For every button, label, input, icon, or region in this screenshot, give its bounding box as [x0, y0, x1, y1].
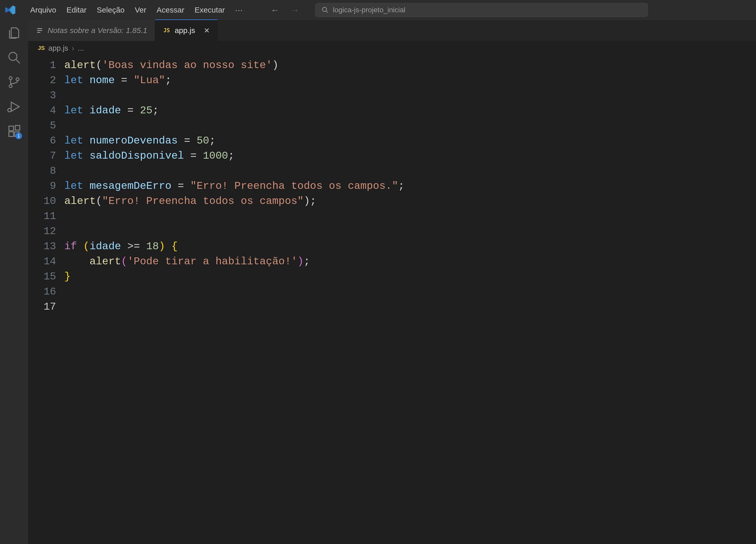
breadcrumb[interactable]: JS app.js › ...	[28, 41, 756, 55]
chevron-right-icon: ›	[72, 44, 74, 52]
close-icon[interactable]: ✕	[204, 26, 210, 35]
activity-explorer[interactable]	[7, 26, 22, 40]
activity-search[interactable]	[7, 50, 22, 65]
tab-label: app.js	[175, 26, 195, 35]
line-number: 10	[44, 194, 56, 209]
editor-area: Notas sobre a Versão: 1.85.1 JS app.js ✕…	[28, 20, 756, 544]
main-area: 1 Notas sobre a Versão: 1.85.1 JS app.js	[0, 20, 756, 544]
code-line[interactable]: alert('Pode tirar a habilitação!');	[64, 254, 404, 269]
code-line[interactable]	[64, 224, 404, 239]
nav-forward-icon[interactable]: →	[289, 4, 301, 16]
svg-marker-7	[11, 102, 19, 111]
code-line[interactable]: let idade = 25;	[64, 103, 404, 118]
svg-point-2	[9, 52, 17, 61]
svg-rect-9	[9, 126, 14, 131]
code-line[interactable]: let numeroDevendas = 50;	[64, 133, 404, 149]
code-line[interactable]: alert('Boas vindas ao nosso site')	[64, 58, 404, 73]
activity-bar: 1	[0, 20, 28, 544]
activity-run-debug[interactable]	[7, 99, 22, 114]
svg-rect-10	[9, 132, 14, 136]
tab-app-js[interactable]: JS app.js ✕	[155, 19, 218, 41]
line-number: 2	[44, 73, 56, 88]
activity-extensions[interactable]: 1	[7, 124, 22, 139]
menu-item-executar[interactable]: Executar	[189, 4, 230, 16]
search-placeholder: logica-js-projeto_inicial	[333, 6, 405, 14]
code-line[interactable]	[64, 209, 404, 224]
code-line[interactable]	[64, 164, 404, 179]
svg-point-0	[323, 7, 327, 12]
play-bug-icon	[7, 100, 21, 114]
line-number-gutter: 1234567891011121314151617	[28, 55, 64, 544]
command-center-search[interactable]: logica-js-projeto_inicial	[315, 3, 648, 17]
code-line[interactable]: }	[64, 269, 404, 284]
line-number: 13	[44, 239, 56, 254]
menu-item-arquivo[interactable]: Arquivo	[25, 4, 61, 16]
menu-item-editar[interactable]: Editar	[61, 4, 92, 16]
line-number: 16	[44, 284, 56, 299]
code-line[interactable]	[64, 284, 404, 299]
menubar: Arquivo Editar Seleção Ver Acessar Execu…	[0, 0, 756, 20]
code-line[interactable]	[64, 88, 404, 103]
nav-arrows: ← →	[269, 4, 301, 16]
breadcrumb-file: app.js	[48, 44, 68, 52]
line-number: 3	[44, 88, 56, 103]
code-line[interactable]	[64, 299, 404, 314]
search-icon	[322, 6, 329, 14]
breadcrumb-tail: ...	[78, 44, 84, 52]
line-number: 15	[44, 269, 56, 284]
tab-release-notes[interactable]: Notas sobre a Versão: 1.85.1	[28, 20, 155, 41]
code-line[interactable]: let saldoDisponivel = 1000;	[64, 149, 404, 164]
svg-point-6	[16, 78, 19, 81]
menu-items: Arquivo Editar Seleção Ver Acessar Execu…	[25, 4, 248, 16]
code-line[interactable]: if (idade >= 18) {	[64, 239, 404, 254]
line-number: 7	[44, 149, 56, 164]
js-file-icon: JS	[38, 45, 45, 51]
line-number: 9	[44, 179, 56, 194]
svg-point-5	[9, 85, 12, 88]
menu-item-acessar[interactable]: Acessar	[152, 4, 189, 16]
search-icon	[7, 51, 21, 65]
svg-line-1	[326, 11, 328, 13]
extensions-badge: 1	[15, 133, 22, 139]
nav-back-icon[interactable]: ←	[269, 4, 281, 16]
svg-point-4	[9, 77, 12, 80]
tab-bar: Notas sobre a Versão: 1.85.1 JS app.js ✕	[28, 20, 756, 41]
svg-point-8	[8, 109, 11, 112]
release-notes-icon	[36, 27, 44, 34]
code-line[interactable]	[64, 118, 404, 133]
line-number: 4	[44, 103, 56, 118]
vscode-logo-icon	[5, 4, 16, 16]
svg-rect-12	[15, 126, 20, 130]
svg-line-3	[16, 59, 20, 63]
line-number: 5	[44, 118, 56, 133]
line-number: 11	[44, 209, 56, 224]
code-line[interactable]: let mesagemDeErro = "Erro! Preencha todo…	[64, 179, 404, 194]
tab-label: Notas sobre a Versão: 1.85.1	[48, 26, 147, 35]
menu-item-ver[interactable]: Ver	[130, 4, 152, 16]
line-number: 14	[44, 254, 56, 269]
git-branch-icon	[7, 75, 21, 89]
line-number: 1	[44, 58, 56, 73]
code-line[interactable]: alert("Erro! Preencha todos os campos");	[64, 194, 404, 209]
line-number: 6	[44, 133, 56, 149]
code-content[interactable]: alert('Boas vindas ao nosso site')let no…	[64, 55, 404, 544]
code-editor[interactable]: 1234567891011121314151617 alert('Boas vi…	[28, 55, 756, 544]
js-file-icon: JS	[163, 27, 171, 34]
activity-source-control[interactable]	[7, 75, 22, 90]
files-icon	[7, 26, 21, 40]
menu-item-selecao[interactable]: Seleção	[92, 4, 130, 16]
line-number: 12	[44, 224, 56, 239]
line-number: 8	[44, 164, 56, 179]
line-number: 17	[44, 299, 56, 314]
app-root: Arquivo Editar Seleção Ver Acessar Execu…	[0, 0, 756, 544]
menu-overflow-icon[interactable]: ···	[230, 4, 248, 16]
code-line[interactable]: let nome = "Lua";	[64, 73, 404, 88]
